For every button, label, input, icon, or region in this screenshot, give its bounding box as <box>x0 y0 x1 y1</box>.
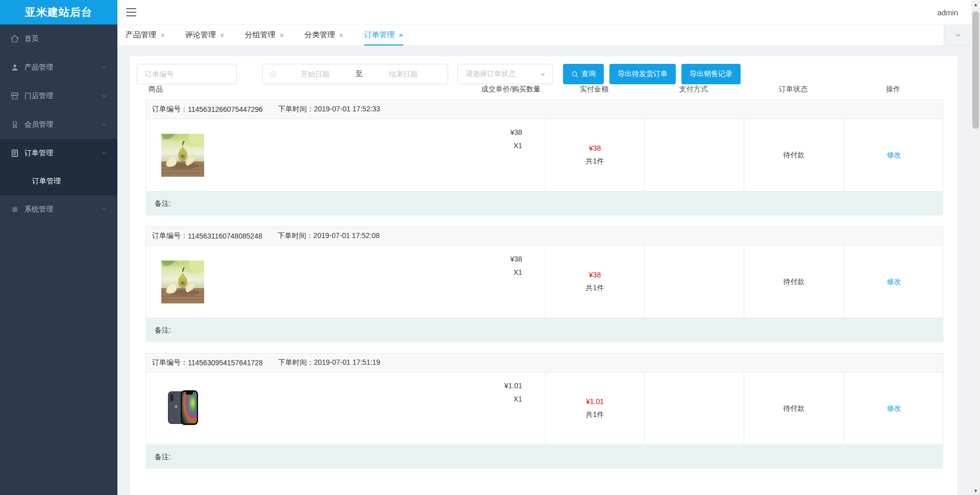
piece-count: 共1件 <box>586 284 604 293</box>
sidebar-subitem-order-management[interactable]: 订单管理 <box>0 168 117 195</box>
search-icon <box>571 70 578 78</box>
sidebar-nav: 首页 产品管理 门店管理 <box>0 25 117 224</box>
sidebar-item-members[interactable]: 会员管理 <box>0 110 117 139</box>
edit-link[interactable]: 修改 <box>887 151 901 160</box>
product-image-pear <box>161 134 204 177</box>
gear-icon <box>10 205 19 214</box>
piece-count: 共1件 <box>586 410 604 419</box>
order-number-input[interactable] <box>137 64 237 84</box>
edit-link[interactable]: 修改 <box>887 277 901 287</box>
sidebar-item-stores[interactable]: 门店管理 <box>0 82 117 110</box>
tabs: 产品管理 × 评论管理 × 分组管理 × 分类管理 × 订单管理 × <box>117 25 944 45</box>
tab-close-icon[interactable]: × <box>399 31 403 39</box>
actions-cell: 修改 <box>844 246 944 318</box>
payment-method-cell <box>644 246 744 318</box>
order-item-row: ¥38 X1 ¥38 共1件 待付款 修改 <box>145 119 943 192</box>
tab-close-icon[interactable]: × <box>220 31 225 39</box>
member-badge-icon <box>10 120 19 129</box>
sidebar-item-label: 产品管理 <box>24 63 101 72</box>
end-date-input[interactable] <box>365 70 442 78</box>
order-status-select[interactable]: 请选择订单状态 <box>457 64 553 84</box>
order-time-label: 下单时间： <box>278 358 314 366</box>
order-time-label: 下单时间： <box>278 231 313 240</box>
sidebar: 亚米建站后台 首页 产品管理 门店管理 <box>0 0 117 495</box>
shop-icon <box>10 91 19 101</box>
user-icon <box>10 63 19 72</box>
order-no-label: 订单编号： <box>152 358 188 367</box>
orders-table-main: 商品 成交单价/购买数量 实付金额 支付方式 订单状态 操作 订单编号：1145… <box>145 79 943 469</box>
tab-label: 分类管理 <box>304 30 335 40</box>
scroll-down-arrow-icon[interactable]: ▼ <box>971 486 980 495</box>
sidebar-item-orders[interactable]: 订单管理 <box>0 139 117 168</box>
tab-group-management[interactable]: 分组管理 × <box>245 25 284 45</box>
col-header-actions: 操作 <box>843 85 943 94</box>
chevron-down-icon <box>101 93 107 99</box>
order-group: 订单编号：1145631160748085248 下单时间：2019-07-01… <box>145 226 943 342</box>
note-row: 备注: <box>145 192 943 216</box>
sidebar-item-label: 首页 <box>24 34 107 43</box>
piece-count: 共1件 <box>586 157 604 166</box>
payment-method-cell <box>644 372 744 444</box>
date-separator: 至 <box>354 69 365 79</box>
unit-price-qty: ¥1.01 X1 <box>146 372 545 403</box>
tab-label: 分组管理 <box>245 30 276 40</box>
actions-cell: 修改 <box>844 119 944 191</box>
tab-order-management[interactable]: 订单管理 × <box>364 25 403 45</box>
order-head: 订单编号：1145631266075447296 下单时间：2019-07-01… <box>145 100 943 119</box>
sidebar-item-home[interactable]: 首页 <box>0 25 117 53</box>
hamburger-menu-icon[interactable] <box>126 8 136 16</box>
sidebar-item-label: 系统管理 <box>24 205 101 214</box>
sidebar-item-label: 门店管理 <box>24 91 101 101</box>
order-time: 2019-07-01 17:51:19 <box>314 358 380 366</box>
order-time: 2019-07-01 17:52:08 <box>313 231 380 240</box>
edit-link[interactable]: 修改 <box>887 404 901 413</box>
paid-amount: ¥38 <box>589 271 601 279</box>
tab-label: 评论管理 <box>185 30 216 40</box>
unit-price-qty: ¥38 X1 <box>146 119 545 150</box>
order-status-cell: 待付款 <box>744 372 844 444</box>
order-no-label: 订单编号： <box>152 231 188 241</box>
order-time-label: 下单时间： <box>278 105 314 113</box>
export-sales-records-button[interactable]: 导出销售记录 <box>681 64 741 84</box>
col-header-payment-method: 支付方式 <box>644 85 743 94</box>
orders-card: 至 请选择订单状态 查询 导出待发货订单 导出销售记录 <box>130 56 957 495</box>
tab-comment-management[interactable]: 评论管理 × <box>185 25 225 45</box>
start-date-input[interactable] <box>277 70 354 78</box>
paid-amount-cell: ¥38 共1件 <box>545 119 644 191</box>
scroll-up-arrow-icon[interactable]: ▲ <box>971 0 980 9</box>
product-image-iphone <box>161 387 204 430</box>
user-menu[interactable]: admin <box>937 8 958 17</box>
scrollbar-thumb[interactable] <box>972 11 979 129</box>
search-button[interactable]: 查询 <box>563 64 604 84</box>
main-area: admin 产品管理 × 评论管理 × 分组管理 × 分类管理 × <box>117 0 971 495</box>
tab-product-management[interactable]: 产品管理 × <box>126 25 165 45</box>
chevron-down-icon <box>954 32 962 39</box>
chevron-up-icon <box>101 150 107 156</box>
date-range-picker[interactable]: 至 <box>262 64 448 84</box>
clock-icon <box>269 70 277 78</box>
order-status-cell: 待付款 <box>744 119 844 191</box>
tab-overflow-button[interactable] <box>944 25 971 45</box>
order-document-icon <box>10 149 19 158</box>
goods-cell: ¥1.01 X1 <box>146 372 545 444</box>
scrollbar[interactable]: ▲ ▼ <box>971 0 980 495</box>
sidebar-item-label: 会员管理 <box>24 120 101 129</box>
sidebar-item-label: 订单管理 <box>24 149 101 158</box>
order-group: 订单编号：1145630954157641728 下单时间：2019-07-01… <box>145 353 943 469</box>
tab-category-management[interactable]: 分类管理 × <box>304 25 344 45</box>
sidebar-item-products[interactable]: 产品管理 <box>0 53 117 82</box>
sidebar-item-system[interactable]: 系统管理 <box>0 195 117 224</box>
goods-cell: ¥38 X1 <box>146 246 545 318</box>
order-time: 2019-07-01 17:52:33 <box>314 105 380 113</box>
order-item-row: ¥38 X1 ¥38 共1件 待付款 修改 <box>145 246 943 318</box>
paid-amount-cell: ¥1.01 共1件 <box>545 372 644 444</box>
app-layout: 亚米建站后台 首页 产品管理 门店管理 <box>0 0 971 495</box>
order-group: 订单编号：1145631266075447296 下单时间：2019-07-01… <box>145 100 943 216</box>
tab-close-icon[interactable]: × <box>339 31 344 39</box>
tab-close-icon[interactable]: × <box>160 31 165 39</box>
export-pending-orders-button[interactable]: 导出待发货订单 <box>609 64 676 84</box>
note-row: 备注: <box>145 318 943 342</box>
tab-close-icon[interactable]: × <box>280 31 284 39</box>
top-header: admin <box>117 0 971 25</box>
col-header-paid-amount: 实付金额 <box>545 85 644 94</box>
